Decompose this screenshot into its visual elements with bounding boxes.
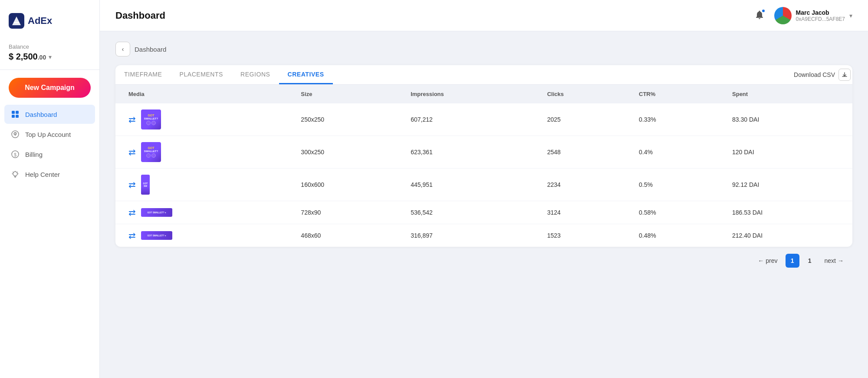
- table-row: ⇄ GOTSW 160x600 445,951 2234 0.5% 92.12 …: [115, 169, 852, 201]
- cell-clicks: 2234: [539, 169, 630, 201]
- media-link-icon[interactable]: ⇄: [128, 230, 136, 241]
- cell-clicks: 3124: [539, 201, 630, 224]
- page-number-total[interactable]: 1: [803, 254, 817, 268]
- svg-point-8: [13, 172, 17, 176]
- cell-impressions: 445,951: [402, 169, 539, 201]
- media-link-icon[interactable]: ⇄: [128, 147, 136, 157]
- header-right-area: Marc Jacob 0xA9ECFD...5AF8E7 ▾: [753, 7, 852, 24]
- media-thumbnail: GOT SWALLET?: [141, 109, 161, 129]
- media-link-icon[interactable]: ⇄: [128, 207, 136, 218]
- cell-size: 728x90: [292, 201, 402, 224]
- dollar-icon: $: [10, 149, 20, 159]
- adex-logo-icon: [9, 13, 24, 29]
- page-number-1[interactable]: 1: [786, 254, 799, 268]
- col-header-clicks: Clicks: [539, 85, 630, 103]
- user-details: Marc Jacob 0xA9ECFD...5AF8E7: [796, 9, 845, 22]
- creatives-table: Media Size Impressions Clicks CTR% Spent…: [115, 85, 852, 247]
- breadcrumb-path: Dashboard: [135, 46, 166, 53]
- col-header-ctr: CTR%: [630, 85, 723, 103]
- breadcrumb: ‹ Dashboard: [115, 42, 852, 56]
- download-csv-button[interactable]: Download CSV: [792, 65, 852, 84]
- balance-amount: $ 2,500.00: [9, 52, 46, 62]
- prev-label: prev: [766, 257, 777, 264]
- cell-size: 250x250: [292, 103, 402, 136]
- new-campaign-button[interactable]: New Campaign: [9, 78, 91, 98]
- user-address: 0xA9ECFD...5AF8E7: [796, 16, 845, 22]
- col-header-spent: Spent: [723, 85, 852, 103]
- cell-clicks: 2025: [539, 103, 630, 136]
- svg-text:$: $: [14, 153, 16, 157]
- svg-rect-4: [16, 115, 19, 118]
- sidebar-item-billing-label: Billing: [25, 151, 43, 158]
- cell-media: ⇄ GOTSW: [115, 169, 292, 201]
- prev-page-button[interactable]: ← prev: [753, 255, 782, 267]
- cell-media: ⇄ GOT SWALLET? ♦: [115, 224, 292, 247]
- next-page-button[interactable]: next →: [820, 255, 848, 267]
- cell-media: ⇄ GOT SWALLET? ♦: [115, 201, 292, 224]
- right-arrow-icon: →: [838, 257, 844, 264]
- main-content: Dashboard Marc Jacob 0xA9ECFD...5AF8E7 ▾…: [100, 0, 868, 378]
- media-thumbnail: GOT SWALLET?: [141, 142, 161, 162]
- media-thumbnail: GOTSW: [141, 175, 150, 195]
- sidebar-item-dashboard[interactable]: Dashboard: [4, 105, 95, 124]
- cell-impressions: 623,361: [402, 136, 539, 169]
- cell-ctr: 0.58%: [630, 201, 723, 224]
- tab-timeframe[interactable]: TIMEFRAME: [115, 66, 171, 84]
- cell-size: 160x600: [292, 169, 402, 201]
- cell-spent: 83.30 DAI: [723, 103, 852, 136]
- content-area: ‹ Dashboard TIMEFRAME PLACEMENTS REGIONS…: [100, 31, 868, 378]
- cell-impressions: 316,897: [402, 224, 539, 247]
- top-header: Dashboard Marc Jacob 0xA9ECFD...5AF8E7 ▾: [100, 0, 868, 31]
- cell-media: ⇄ GOT SWALLET?: [115, 103, 292, 136]
- media-link-icon[interactable]: ⇄: [128, 114, 136, 125]
- download-icon: [838, 69, 851, 81]
- tab-creatives[interactable]: CREATIVES: [279, 66, 333, 84]
- logo-area: AdEx: [0, 9, 99, 39]
- tab-placements[interactable]: PLACEMENTS: [171, 66, 232, 84]
- next-label: next: [825, 257, 836, 264]
- user-menu[interactable]: Marc Jacob 0xA9ECFD...5AF8E7 ▾: [774, 7, 852, 24]
- sidebar: AdEx Balance $ 2,500.00 ▾ New Campaign D…: [0, 0, 100, 378]
- table-row: ⇄ GOT SWALLET? 250x250 607,212 2025 0.33…: [115, 103, 852, 136]
- media-thumbnail: GOT SWALLET? ♦: [141, 231, 172, 240]
- user-menu-chevron-icon: ▾: [849, 12, 852, 19]
- cell-size: 300x250: [292, 136, 402, 169]
- cell-spent: 92.12 DAI: [723, 169, 852, 201]
- back-button[interactable]: ‹: [115, 42, 130, 56]
- balance-label: Balance: [9, 43, 91, 50]
- cell-spent: 212.40 DAI: [723, 224, 852, 247]
- cell-media: ⇄ GOT SWALLET?: [115, 136, 292, 169]
- cell-ctr: 0.48%: [630, 224, 723, 247]
- media-link-icon[interactable]: ⇄: [128, 179, 136, 190]
- sidebar-item-billing[interactable]: $ Billing: [4, 145, 95, 164]
- pagination: ← prev 1 1 next →: [115, 247, 852, 269]
- table-row: ⇄ GOT SWALLET? ♦ 468x60 316,897 1523 0.4…: [115, 224, 852, 247]
- balance-chevron-icon[interactable]: ▾: [49, 53, 52, 60]
- sidebar-item-topup-label: Top Up Account: [25, 131, 71, 138]
- user-avatar: [774, 7, 792, 24]
- tabs-row: TIMEFRAME PLACEMENTS REGIONS CREATIVES D…: [115, 65, 852, 85]
- notification-badge: [761, 9, 766, 13]
- cell-ctr: 0.4%: [630, 136, 723, 169]
- col-header-impressions: Impressions: [402, 85, 539, 103]
- table-row: ⇄ GOT SWALLET? ♦ 728x90 536,542 3124 0.5…: [115, 201, 852, 224]
- sidebar-item-help-label: Help Center: [25, 171, 60, 178]
- grid-icon: [10, 109, 20, 119]
- col-header-size: Size: [292, 85, 402, 103]
- user-name: Marc Jacob: [796, 9, 845, 16]
- cell-ctr: 0.33%: [630, 103, 723, 136]
- sidebar-item-topup[interactable]: Top Up Account: [4, 125, 95, 144]
- cell-ctr: 0.5%: [630, 169, 723, 201]
- brand-name: AdEx: [28, 15, 52, 27]
- balance-section: Balance $ 2,500.00 ▾: [0, 39, 99, 70]
- notifications-button[interactable]: [753, 8, 766, 23]
- cell-clicks: 1523: [539, 224, 630, 247]
- page-title: Dashboard: [115, 10, 165, 21]
- table-row: ⇄ GOT SWALLET? 300x250 623,361 2548 0.4%…: [115, 136, 852, 169]
- svg-rect-2: [16, 111, 19, 114]
- sidebar-item-help[interactable]: Help Center: [4, 165, 95, 184]
- sidebar-nav: Dashboard Top Up Account $ Billing: [0, 105, 99, 184]
- data-card: TIMEFRAME PLACEMENTS REGIONS CREATIVES D…: [115, 65, 852, 247]
- wallet-icon: [10, 129, 20, 139]
- tab-regions[interactable]: REGIONS: [232, 66, 279, 84]
